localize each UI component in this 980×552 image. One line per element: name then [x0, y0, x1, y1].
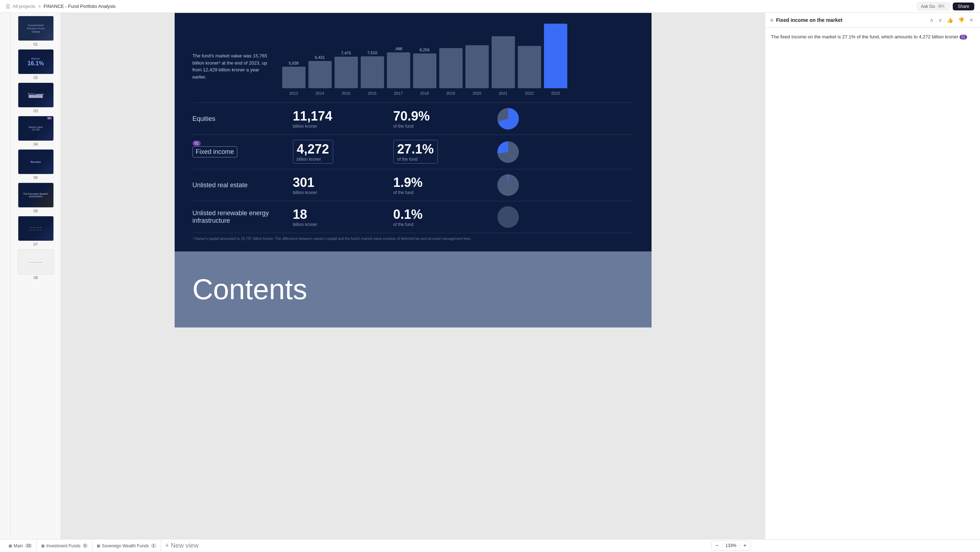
thumb-img-06: The Executive Board'sassessment	[18, 183, 54, 208]
right-panel-header: ≡ Fixed income on the market ∧ ∨ 👍 👎 ✕	[765, 13, 980, 28]
annotation-badge-fixed: 01	[192, 141, 201, 146]
row-label-fixed-income: 01 Fixed income	[192, 146, 293, 157]
row-equities: Equities 11,174 billion kroner 70.9% of …	[192, 103, 633, 135]
share-button[interactable]: Share	[953, 3, 974, 10]
pie-fixed	[497, 141, 519, 163]
thumb-label-01: 01	[33, 42, 38, 46]
zoom-value: 133%	[722, 543, 740, 548]
tab-investment-icon: ▦	[41, 544, 45, 548]
add-view-button[interactable]: + New view	[161, 542, 203, 549]
main-slide: The fund's market value was 15,765 billi…	[175, 13, 652, 251]
row-value-equities: 11,174 billion kroner	[293, 109, 393, 129]
zoom-out-button[interactable]: −	[712, 541, 722, 550]
row-chart-real-estate	[494, 174, 522, 196]
bar-2014: 6,431 2014	[309, 55, 332, 95]
chart-description: The fund's market value was 15,765 billi…	[192, 24, 272, 95]
tab-investment-funds[interactable]: ▦ Investment Funds 6	[37, 539, 92, 552]
thumbnail-06[interactable]: The Executive Board'sassessment 06	[14, 183, 58, 213]
contents-title: Contents	[192, 273, 633, 306]
bar-2023: 2023	[544, 22, 567, 95]
tab-main-label: Main	[14, 543, 23, 549]
thumbnail-03[interactable]: Return ▬▬▬████████ 03	[14, 83, 58, 113]
row-chart-fixed-income	[494, 141, 522, 163]
panel-chevron-up-button[interactable]: ∧	[928, 16, 935, 24]
thumbnail-08[interactable]: — — — — 08	[14, 249, 58, 280]
pie-renewable	[497, 206, 519, 228]
bar-2021: 2021	[492, 35, 515, 95]
tab-investment-label: Investment Funds	[46, 543, 80, 549]
slide-area: The fund's market value was 15,765 billi…	[61, 13, 765, 539]
thumbnail-07[interactable]: — — — —— — — — 07	[14, 216, 58, 247]
row-value-real-estate: 301 billion kroner	[293, 175, 393, 195]
breadcrumb-area: ☰ All projects > FINANCE - Fund Portfoli…	[6, 3, 914, 10]
row-label-real-estate: Unlisted real estate	[192, 181, 293, 189]
ask-go-button[interactable]: Ask Go ⌘K	[917, 2, 950, 10]
panel-close-button[interactable]: ✕	[968, 16, 975, 24]
thumbnail-02[interactable]: Return16.1% 02	[14, 49, 58, 80]
tab-sovereign-icon: ▦	[97, 544, 100, 548]
thumb-img-01: GovernmentPension FundGlobal	[18, 16, 54, 41]
slide-thumbnails: GovernmentPension FundGlobal 01 Return16…	[11, 13, 61, 539]
bar-2022: 2022	[518, 45, 541, 95]
thumbnail-01[interactable]: GovernmentPension FundGlobal 01	[14, 16, 58, 46]
thumb-label-07: 07	[33, 242, 38, 247]
row-chart-equities	[494, 108, 522, 129]
tab-main-count: 10	[25, 543, 32, 548]
tab-main[interactable]: ▦ Main 10	[4, 539, 37, 552]
pie-equities	[497, 108, 519, 129]
breadcrumb: All projects > FINANCE - Fund Portfolio …	[13, 3, 116, 9]
thumb-img-08: — — — —	[18, 249, 54, 274]
data-rows: Equities 11,174 billion kroner 70.9% of …	[192, 103, 633, 233]
thumb-label-03: 03	[33, 109, 38, 113]
panel-actions: ∧ ∨ 👍 👎 ✕	[928, 16, 975, 24]
footnote: ¹ Owner's capital amounted to 15,757 bil…	[192, 237, 633, 241]
bar-2016: 7,510 2016	[361, 51, 384, 95]
zoom-controls: − 133% +	[711, 541, 751, 550]
thumb-label-04: 04	[33, 142, 38, 146]
row-percent-renewable: 0.1% of the fund	[393, 207, 494, 227]
sidebar-left-edge	[0, 13, 11, 539]
pie-real-estate	[497, 174, 519, 196]
panel-chevron-down-button[interactable]: ∨	[937, 16, 943, 24]
panel-thumbdown-button[interactable]: 👎	[957, 16, 966, 24]
thumb-img-05: Results	[18, 149, 54, 174]
row-percent-equities: 70.9% of the fund	[393, 109, 494, 129]
bar-chart-container: 5,038 2013 6,431 2014 7,475 2015	[282, 24, 633, 95]
bar-chart: 5,038 2013 6,431 2014 7,475 2015	[282, 24, 633, 95]
row-value-fixed-income: 4,272 billion kroner	[293, 140, 393, 164]
tab-main-icon: ▦	[9, 544, 12, 548]
tab-sovereign-count: 1	[151, 543, 156, 548]
thumb-label-05: 05	[33, 175, 38, 180]
tab-sovereign[interactable]: ▦ Sovereign Wealth Funds 1	[92, 539, 161, 552]
panel-thumbup-button[interactable]: 👍	[946, 16, 955, 24]
thumb-img-07: — — — —— — — —	[18, 216, 54, 241]
row-percent-real-estate: 1.9% of the fund	[393, 175, 494, 195]
bar-2013: 5,038 2013	[282, 61, 305, 95]
chart-section: The fund's market value was 15,765 billi…	[192, 24, 633, 95]
main-layout: GovernmentPension FundGlobal 01 Return16…	[0, 13, 980, 539]
row-real-estate: Unlisted real estate 301 billion kroner …	[192, 169, 633, 201]
row-fixed-income: 01 Fixed income 4,272 billion kroner 27.…	[192, 135, 633, 169]
tab-investment-count: 6	[83, 543, 88, 548]
thumb-label-02: 02	[33, 75, 38, 80]
row-value-renewable: 18 billion kroner	[293, 207, 393, 227]
sidebar-toggle-icon[interactable]: ☰	[6, 3, 10, 10]
row-label-equities: Equities	[192, 115, 293, 122]
panel-inline-badge: 01	[959, 35, 967, 40]
thumbnail-05[interactable]: Results 05	[14, 149, 58, 180]
row-label-renewable: Unlisted renewable energy infrastructure	[192, 210, 293, 224]
thumb-img-04: Market value15,765 01	[18, 116, 54, 141]
bottom-bar: ▦ Main 10 ▦ Investment Funds 6 ▦ Soverei…	[0, 539, 980, 552]
thumb-img-03: Return ▬▬▬████████	[18, 83, 54, 108]
bar-2015: 7,475 2015	[334, 51, 358, 95]
contents-slide: Contents	[175, 251, 652, 328]
thumbnail-04[interactable]: Market value15,765 01 04	[14, 116, 58, 146]
ask-go-area: Ask Go ⌘K	[917, 2, 950, 10]
right-panel-body: The fixed income on the market is 27.1% …	[765, 28, 980, 47]
thumb-img-02: Return16.1%	[18, 49, 54, 74]
thumb-label-08: 08	[33, 275, 38, 280]
thumb-label-06: 06	[33, 209, 38, 213]
zoom-in-button[interactable]: +	[740, 541, 750, 550]
panel-icon: ≡	[770, 17, 773, 23]
panel-title: Fixed income on the market	[776, 17, 926, 23]
